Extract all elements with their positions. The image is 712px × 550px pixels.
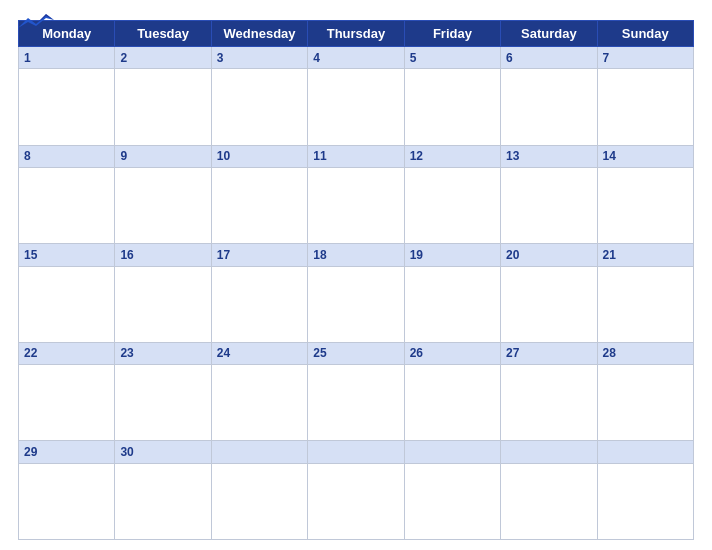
day-content-cell <box>211 69 307 145</box>
day-content-cell <box>211 463 307 539</box>
day-content-cell <box>308 168 404 244</box>
day-content-cell <box>597 463 693 539</box>
day-content-cell <box>19 266 115 342</box>
weekday-header-sunday: Sunday <box>597 21 693 47</box>
day-number: 12 <box>410 149 495 163</box>
day-number: 18 <box>313 248 398 262</box>
day-number: 27 <box>506 346 591 360</box>
day-number: 17 <box>217 248 302 262</box>
day-content-cell <box>501 168 597 244</box>
day-number: 20 <box>506 248 591 262</box>
day-number: 16 <box>120 248 205 262</box>
day-content-cell <box>404 69 500 145</box>
day-content-cell <box>597 365 693 441</box>
day-number: 26 <box>410 346 495 360</box>
week-content-row-5 <box>19 463 694 539</box>
weekday-header-row: MondayTuesdayWednesdayThursdayFridaySatu… <box>19 21 694 47</box>
day-number: 1 <box>24 51 109 65</box>
day-content-cell <box>211 168 307 244</box>
day-content-cell <box>19 168 115 244</box>
day-content-cell <box>211 266 307 342</box>
weekday-header-wednesday: Wednesday <box>211 21 307 47</box>
date-num-cell: 9 <box>115 145 211 167</box>
day-number: 15 <box>24 248 109 262</box>
day-number: 28 <box>603 346 688 360</box>
date-num-cell: 26 <box>404 342 500 364</box>
calendar-header <box>18 10 694 14</box>
day-content-cell <box>597 69 693 145</box>
day-number: 21 <box>603 248 688 262</box>
day-number: 10 <box>217 149 302 163</box>
date-num-cell: 8 <box>19 145 115 167</box>
day-number: 8 <box>24 149 109 163</box>
date-num-cell: 20 <box>501 244 597 266</box>
day-content-cell <box>501 463 597 539</box>
calendar-body: 1234567891011121314151617181920212223242… <box>19 47 694 540</box>
week-content-row-1 <box>19 69 694 145</box>
week-num-row-1: 1234567 <box>19 47 694 69</box>
day-content-cell <box>597 168 693 244</box>
week-num-row-2: 891011121314 <box>19 145 694 167</box>
date-num-cell: 18 <box>308 244 404 266</box>
date-num-cell: 5 <box>404 47 500 69</box>
day-number: 14 <box>603 149 688 163</box>
date-num-cell: 1 <box>19 47 115 69</box>
day-number: 25 <box>313 346 398 360</box>
date-num-cell: 6 <box>501 47 597 69</box>
weekday-header-saturday: Saturday <box>501 21 597 47</box>
day-number: 4 <box>313 51 398 65</box>
date-num-cell <box>404 441 500 463</box>
weekday-header-tuesday: Tuesday <box>115 21 211 47</box>
week-content-row-2 <box>19 168 694 244</box>
day-content-cell <box>404 365 500 441</box>
day-content-cell <box>308 365 404 441</box>
date-num-cell: 19 <box>404 244 500 266</box>
day-number: 9 <box>120 149 205 163</box>
date-num-cell: 14 <box>597 145 693 167</box>
day-content-cell <box>404 168 500 244</box>
day-content-cell <box>211 365 307 441</box>
date-num-cell <box>308 441 404 463</box>
day-content-cell <box>19 69 115 145</box>
date-num-cell: 30 <box>115 441 211 463</box>
day-content-cell <box>19 463 115 539</box>
day-number: 22 <box>24 346 109 360</box>
day-content-cell <box>501 365 597 441</box>
date-num-cell: 27 <box>501 342 597 364</box>
day-number: 23 <box>120 346 205 360</box>
day-number: 29 <box>24 445 109 459</box>
day-content-cell <box>115 463 211 539</box>
day-number: 2 <box>120 51 205 65</box>
day-number: 3 <box>217 51 302 65</box>
date-num-cell <box>211 441 307 463</box>
calendar-table: MondayTuesdayWednesdayThursdayFridaySatu… <box>18 20 694 540</box>
date-num-cell: 16 <box>115 244 211 266</box>
week-num-row-5: 2930 <box>19 441 694 463</box>
logo <box>18 10 54 32</box>
day-content-cell <box>115 69 211 145</box>
week-content-row-4 <box>19 365 694 441</box>
date-num-cell: 4 <box>308 47 404 69</box>
date-num-cell: 13 <box>501 145 597 167</box>
day-number: 6 <box>506 51 591 65</box>
day-number: 19 <box>410 248 495 262</box>
day-content-cell <box>404 463 500 539</box>
date-num-cell: 15 <box>19 244 115 266</box>
day-number: 7 <box>603 51 688 65</box>
weekday-header-thursday: Thursday <box>308 21 404 47</box>
date-num-cell: 22 <box>19 342 115 364</box>
day-content-cell <box>404 266 500 342</box>
date-num-cell: 25 <box>308 342 404 364</box>
date-num-cell: 11 <box>308 145 404 167</box>
day-number: 11 <box>313 149 398 163</box>
day-content-cell <box>501 266 597 342</box>
date-num-cell: 3 <box>211 47 307 69</box>
day-content-cell <box>115 365 211 441</box>
date-num-cell: 28 <box>597 342 693 364</box>
day-content-cell <box>501 69 597 145</box>
date-num-cell: 2 <box>115 47 211 69</box>
date-num-cell: 24 <box>211 342 307 364</box>
day-content-cell <box>115 168 211 244</box>
day-content-cell <box>597 266 693 342</box>
date-num-cell <box>597 441 693 463</box>
